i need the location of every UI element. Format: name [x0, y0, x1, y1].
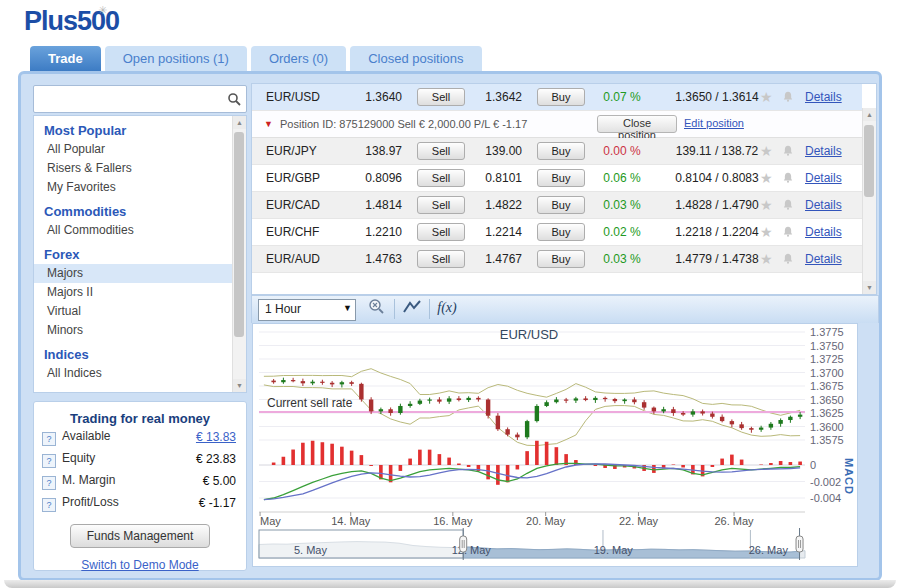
details-link[interactable]: Details — [805, 246, 842, 272]
help-icon[interactable]: ? — [42, 476, 56, 490]
favorite-star-icon[interactable]: ★ — [760, 138, 773, 164]
sidebar-group-most-popular[interactable]: Most Popular — [34, 116, 232, 140]
sidebar-group-forex[interactable]: Forex — [34, 240, 232, 264]
sell-button[interactable]: Sell — [417, 169, 465, 187]
alert-bell-icon[interactable] — [782, 171, 794, 187]
buy-button[interactable]: Buy — [537, 169, 585, 187]
tab-open-positions-1[interactable]: Open positions (1) — [105, 46, 247, 71]
scrollbar-thumb[interactable] — [864, 125, 874, 197]
sell-button[interactable]: Sell — [417, 142, 465, 160]
favorite-star-icon[interactable]: ★ — [760, 219, 773, 245]
change-percent: 0.02 % — [587, 219, 657, 245]
scrollbar-thumb[interactable] — [234, 132, 244, 337]
buy-button[interactable]: Buy — [537, 223, 585, 241]
search-input[interactable] — [38, 89, 222, 109]
favorite-star-icon[interactable]: ★ — [760, 192, 773, 218]
table-row-eur-usd[interactable]: EUR/USD1.3640Sell1.3642Buy0.07 %1.3650 /… — [252, 84, 862, 111]
scroll-down-button[interactable]: ▼ — [863, 281, 876, 294]
macd-histogram-bar — [506, 465, 510, 482]
alert-bell-icon[interactable] — [782, 252, 794, 268]
table-scrollbar[interactable]: ▲ ▼ — [862, 108, 876, 294]
favorite-star-icon[interactable]: ★ — [760, 165, 773, 191]
account-row-equity: ?Equity€ 23.83 — [42, 451, 236, 470]
buy-button[interactable]: Buy — [537, 88, 585, 106]
sell-button[interactable]: Sell — [417, 250, 465, 268]
macd-histogram-bar — [408, 459, 412, 465]
details-link[interactable]: Details — [805, 84, 842, 110]
buy-button[interactable]: Buy — [537, 196, 585, 214]
timeframe-select[interactable]: 1 Hour ▼ — [258, 299, 356, 321]
tab-closed-positions[interactable]: Closed positions — [350, 46, 481, 71]
sidebar-item-all-commodities[interactable]: All Commodities — [34, 221, 232, 240]
candle-body — [730, 421, 734, 424]
details-link[interactable]: Details — [805, 138, 842, 164]
scroll-down-button[interactable]: ▼ — [233, 379, 246, 392]
alert-bell-icon[interactable] — [782, 144, 794, 160]
sell-button[interactable]: Sell — [417, 196, 465, 214]
navigator-tick: 26. May — [749, 544, 789, 556]
sidebar-group-indices[interactable]: Indices — [34, 340, 232, 364]
sidebar-item-my-favorites[interactable]: My Favorites — [34, 178, 232, 197]
search-box[interactable] — [33, 85, 247, 113]
details-link[interactable]: Details — [805, 165, 842, 191]
candle-body — [379, 409, 383, 411]
candle-body — [700, 411, 704, 413]
alert-bell-icon[interactable] — [782, 90, 794, 106]
line-chart-icon[interactable] — [399, 298, 425, 320]
candle-body — [603, 398, 607, 399]
navigator-handle[interactable] — [796, 536, 803, 552]
sidebar-scrollbar[interactable]: ▲ ▼ — [232, 116, 246, 392]
help-icon[interactable]: ? — [42, 498, 56, 512]
scroll-up-button[interactable]: ▲ — [233, 116, 246, 129]
scroll-up-button[interactable]: ▲ — [863, 108, 876, 121]
sell-price: 0.8096 — [347, 165, 402, 191]
candle-body — [613, 399, 617, 401]
help-icon[interactable]: ? — [42, 454, 56, 468]
table-row-eur-aud[interactable]: EUR/AUD1.4763Sell1.4767Buy0.03 %1.4779 /… — [252, 246, 862, 273]
position-marker-icon: ▼ — [264, 111, 273, 137]
function-icon[interactable]: f(x) — [434, 298, 460, 320]
edit-position-link[interactable]: Edit position — [684, 111, 744, 135]
sell-button[interactable]: Sell — [417, 88, 465, 106]
macd-histogram-bar — [711, 465, 715, 467]
table-row-eur-chf[interactable]: EUR/CHF1.2210Sell1.2214Buy0.02 %1.2218 /… — [252, 219, 862, 246]
tab-orders-0[interactable]: Orders (0) — [251, 46, 346, 71]
help-icon[interactable]: ? — [42, 432, 56, 446]
zoom-out-icon[interactable] — [364, 298, 390, 320]
sidebar-item-all-indices[interactable]: All Indices — [34, 364, 232, 383]
alert-bell-icon[interactable] — [782, 198, 794, 214]
sidebar-item-risers-fallers[interactable]: Risers & Fallers — [34, 159, 232, 178]
close-position-button[interactable]: Close position — [597, 115, 677, 133]
macd-histogram-bar — [555, 447, 559, 465]
sidebar-group-etfs[interactable]: ETFs — [34, 383, 232, 393]
alert-bell-icon[interactable] — [782, 225, 794, 241]
price-axis-tick: 1.3700 — [810, 367, 844, 379]
macd-histogram-bar — [291, 450, 295, 465]
table-row-eur-cad[interactable]: EUR/CAD1.4814Sell1.4822Buy0.03 %1.4828 /… — [252, 192, 862, 219]
sidebar-item-minors[interactable]: Minors — [34, 321, 232, 340]
sidebar-item-virtual[interactable]: Virtual — [34, 302, 232, 321]
buy-button[interactable]: Buy — [537, 142, 585, 160]
logo[interactable]: ✳ Plus500 — [24, 6, 119, 42]
sidebar-item-majors[interactable]: Majors — [34, 264, 232, 283]
switch-demo-link[interactable]: Switch to Demo Mode — [34, 558, 246, 572]
funds-management-button[interactable]: Funds Management — [70, 524, 210, 548]
buy-button[interactable]: Buy — [537, 250, 585, 268]
candle-body — [291, 380, 295, 381]
favorite-star-icon[interactable]: ★ — [760, 246, 773, 272]
sidebar-item-all-popular[interactable]: All Popular — [34, 140, 232, 159]
table-row-eur-gbp[interactable]: EUR/GBP0.8096Sell0.8101Buy0.06 %0.8104 /… — [252, 165, 862, 192]
search-icon[interactable] — [227, 92, 241, 110]
tab-trade[interactable]: Trade — [30, 46, 101, 71]
details-link[interactable]: Details — [805, 192, 842, 218]
macd-histogram-bar — [496, 465, 500, 485]
details-link[interactable]: Details — [805, 219, 842, 245]
favorite-star-icon[interactable]: ★ — [760, 84, 773, 110]
sidebar-group-commodities[interactable]: Commodities — [34, 197, 232, 221]
sidebar-item-majors-ii[interactable]: Majors II — [34, 283, 232, 302]
table-row-eur-jpy[interactable]: EUR/JPY138.97Sell139.00Buy0.00 %139.11 /… — [252, 138, 862, 165]
account-value[interactable]: € 13.83 — [196, 430, 236, 444]
position-info: Position ID: 875129000 Sell € 2,000.00 P… — [280, 111, 527, 137]
sell-button[interactable]: Sell — [417, 223, 465, 241]
navigator-handle[interactable] — [460, 536, 467, 552]
